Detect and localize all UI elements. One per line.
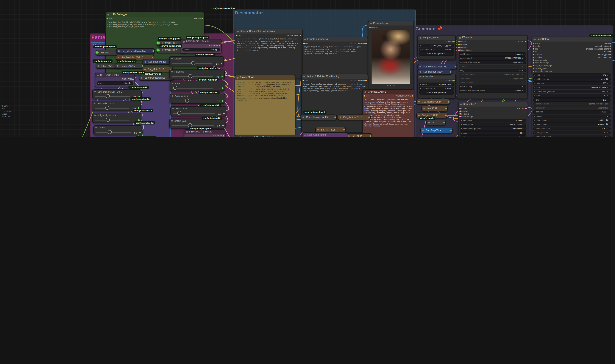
sampler-name-node-out-dot-COMBO[interactable] [453, 41, 455, 42]
slider-glans-1[interactable]: Glans 10.0 [93, 125, 143, 135]
preview-image-1[interactable]: Preview Imageimages768 x 1344 [368, 21, 414, 90]
set-modified-main-mo-s-output-dot[interactable] [152, 50, 154, 52]
slider-glans-1-track[interactable] [96, 132, 131, 133]
env-style-cond[interactable]: Environment & Style ConditioningclipCOND… [235, 135, 302, 137]
get-refiner-model-g-output-dot[interactable] [450, 71, 451, 73]
ksampler-2-in-dot-model[interactable] [459, 108, 461, 109]
slider-long-dong-output-dot[interactable] [139, 96, 140, 97]
ksampler-1-widget-return-with-leftover-noise[interactable]: return_with_leftover_noiseenable [458, 89, 526, 93]
lora-debugger-in-dot-text[interactable] [107, 18, 108, 19]
get-refiner-clip-g[interactable]: Get_Refiner CLIP [416, 99, 450, 104]
slider-girthitude-output-dot[interactable] [138, 107, 139, 109]
femstack2-enable[interactable]: FEMSTACK 2 EnableBOOLEANvaluetrue [184, 129, 226, 137]
get-antiklip-g-output-dot[interactable] [445, 115, 446, 116]
comfyui-canvas[interactable]: T: 5.29s 1.0 0: 60 (95%) V: 230 FP: 97.9… [0, 0, 615, 137]
facedetailer-in-dot-clip[interactable] [533, 48, 534, 50]
facedetailer-in-dot-image[interactable] [533, 43, 534, 44]
ksampler-1-out-dot-LATENT[interactable] [525, 41, 526, 42]
ksampler-1-in-dot-model[interactable] [458, 41, 460, 42]
ksampler-2-widget-add-noise[interactable]: add_noisedisable [460, 119, 526, 123]
ksampler-1[interactable]: KSampler 1modelLATENTpositivenegativelat… [457, 35, 528, 99]
slider-breast-size-knob[interactable] [177, 111, 181, 115]
femstack2-enable-out-dot-BOOLEAN[interactable] [223, 135, 224, 137]
facedetailer-widget-guide-size[interactable]: guide_size1024 [533, 73, 611, 77]
sampler-name-node-widget-control-after-generate[interactable]: control after generate [419, 52, 454, 56]
facedetailer-widget-control-after-generate[interactable]: control after generatefixed [533, 90, 611, 93]
get-modified-main-mo-g-output-dot[interactable] [455, 66, 456, 67]
facedetailer-out-dot-cnet_images[interactable] [610, 56, 611, 58]
set-step-total-output-dot[interactable] [450, 130, 452, 131]
slider-realskin-output-dot[interactable] [222, 76, 223, 78]
ksampler-2-in-dot-latent_image[interactable] [459, 116, 461, 117]
slider-body-weight-knob[interactable] [185, 98, 189, 103]
ksampler-1-widget-cfg[interactable]: cfg2.5 [458, 69, 526, 72]
facedetailer-widget-guide-size-for[interactable]: guide_size_forbbox [533, 77, 611, 81]
preview-image-1-in-dot-images[interactable] [369, 26, 371, 28]
slider-breast-sag-knob[interactable] [188, 123, 192, 127]
scheduler-node-widget-control-after-ge[interactable]: control after ge... fixed [419, 87, 454, 90]
slider-body-weight-track[interactable] [172, 101, 213, 101]
refiner-detailer-cond-text[interactable]: latina, long eyelashes, glossy red lipst… [303, 83, 366, 92]
get-refiner-model-g[interactable]: Get_Refiner Model [418, 69, 452, 75]
refiner-detailer-cond-in-dot-clip[interactable] [302, 80, 304, 81]
facedetailer-widget-bbox-crop-factor[interactable]: bbox_crop_factor1.3 [533, 135, 611, 137]
slider-body-weight[interactable]: Body Weight0.0 [170, 94, 225, 104]
hestack-enable-out-dot-BOOLEAN[interactable] [132, 78, 134, 80]
facedetailer-out-dot-mask[interactable] [610, 51, 611, 52]
sampler-name-node-widget-control-after-ge[interactable]: control after ge... fixed [419, 48, 454, 52]
facedetailer-in-dot-positive[interactable] [533, 54, 534, 55]
facedetailer-widget-bbox-dilation[interactable]: bbox_dilation10 [533, 131, 611, 135]
set-klip-output-dot[interactable] [369, 135, 371, 137]
set-antiklip[interactable]: Set_ANTIKLIP [315, 127, 346, 132]
slider-tone[interactable]: Tone0.0 [170, 81, 225, 91]
scheduler-node[interactable]: schedulerCOMBOvalueexponentialcontrol af… [418, 74, 456, 98]
slider-breast-sag-output-dot[interactable] [222, 125, 224, 127]
facedetailer-widget-steps[interactable]: steps20 [533, 94, 611, 98]
main-negative-in-dot-clip[interactable] [364, 95, 365, 97]
ksampler-1-widget-noise-seed[interactable]: noise_seed525638627844792 [458, 56, 526, 60]
get-modified-main-mo-g[interactable]: Get_Modified Main Mo [418, 64, 457, 69]
ksampler-2-widget-cfg[interactable]: cfg3.5 [460, 135, 526, 137]
ksampler-2-in-dot-positive[interactable] [459, 110, 461, 112]
slider-long-dong-track[interactable] [95, 96, 130, 97]
facedetailer-widget-seed[interactable]: seed40276167972968 [533, 86, 611, 90]
slider-realskin-track[interactable] [172, 76, 213, 77]
slider-breast-sag-track[interactable] [172, 125, 214, 126]
get-klip-g-output-dot[interactable] [445, 108, 447, 109]
slider-tone-knob[interactable] [173, 86, 177, 90]
main-negative-text[interactable]: text, food, censored, deformed, bad anat… [365, 99, 412, 127]
slider-details-output-dot[interactable] [221, 63, 222, 64]
ksampler-2-widget-steps[interactable]: steps34 [460, 131, 526, 135]
refiner-detailer-cond-out-dot-CONDITIONING[interactable] [365, 80, 367, 81]
facedetailer[interactable]: FaceDetailerimageimagemodelcropped_refin… [532, 37, 612, 137]
femstack1-enable[interactable]: FEMSTACK 1 EnableBOOLEANvaluetrue [181, 39, 222, 53]
slider-girthitude-knob[interactable] [105, 106, 109, 110]
ksampler-2-widget-control-after-generate[interactable]: control after generaterandomize [460, 127, 526, 131]
slider-girthitude-track[interactable] [95, 108, 129, 108]
get-refiner-clip-b[interactable]: Get_Refiner CLIP [338, 115, 371, 120]
male-conditioning[interactable]: Male ConditioningclipCONDITIONING(full l… [302, 132, 348, 137]
slider-details-knob[interactable] [191, 61, 195, 65]
ksampler-1-in-dot-positive[interactable] [458, 44, 460, 45]
facedetailer-widget-denoise[interactable]: denoise0.55 [533, 110, 611, 114]
general-char-cond-out-dot-CONDITIONING[interactable] [300, 35, 301, 36]
slider-bulginosity-knob[interactable] [106, 117, 110, 122]
general-char-cond-in-dot-clip[interactable] [236, 35, 237, 36]
concatenated-for-kli-output-dot[interactable] [334, 117, 336, 118]
hestack-enable-widget-value[interactable]: valuefalse [96, 81, 133, 85]
prompt-stash-desc[interactable]: Prompt Stashfetal position, curled up, ,… [235, 75, 295, 136]
facial-cond-in-dot-clip[interactable] [303, 43, 305, 44]
femstacks-output-dot[interactable] [142, 65, 143, 66]
facedetailer-in-dot-model[interactable] [533, 45, 534, 47]
set-modified-main-mo-s[interactable]: Set_Modified Main Mo [116, 48, 155, 54]
ksampler-1-in-dot-negative[interactable] [458, 47, 460, 48]
ksampler-2-in-dot-negative[interactable] [459, 113, 461, 115]
slider-glans-1-output-dot[interactable] [139, 132, 141, 133]
slider-realskin[interactable]: RealSkin2.0 [169, 69, 225, 79]
lora-debugger-out-dot-STRING[interactable] [202, 18, 203, 19]
facedetailer-widget-noise-mask[interactable]: noise_maskenabled [533, 118, 611, 122]
facedetailer-in-dot-sam_model_opt[interactable] [533, 62, 534, 64]
facial-cond-text[interactable]: (hyper lips:1.2), (long dark brown hair … [304, 46, 366, 55]
slider-tone-track[interactable] [172, 88, 213, 88]
slider-body-weight-output-dot[interactable] [222, 100, 224, 102]
